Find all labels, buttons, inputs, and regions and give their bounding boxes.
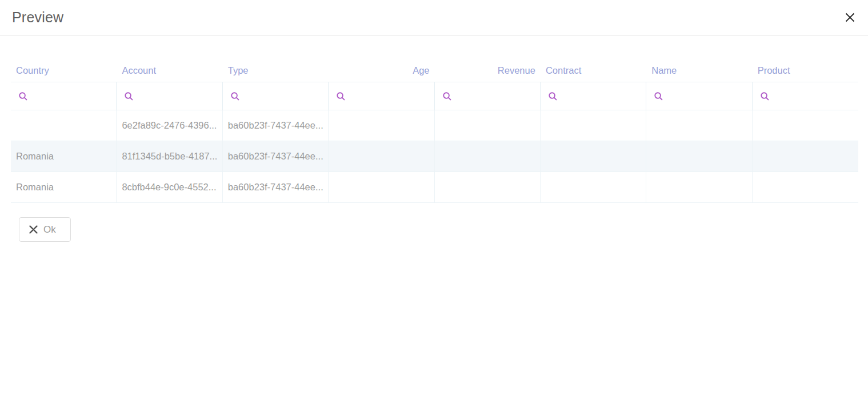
search-icon[interactable] xyxy=(760,91,770,101)
table-row[interactable]: Romania 8cbfb44e-9c0e-4552... ba60b23f-7… xyxy=(11,172,858,203)
search-icon[interactable] xyxy=(548,91,558,101)
close-button[interactable] xyxy=(841,9,858,26)
column-header-account[interactable]: Account xyxy=(117,59,222,82)
column-header-product[interactable]: Product xyxy=(753,59,858,82)
cell-name xyxy=(646,141,752,171)
column-header-contract[interactable]: Contract xyxy=(541,59,646,82)
search-icon[interactable] xyxy=(336,91,346,101)
close-icon xyxy=(845,12,855,23)
filter-cell-product[interactable] xyxy=(753,82,858,110)
x-icon xyxy=(29,225,38,234)
ok-button-label: Ok xyxy=(43,224,56,236)
data-grid: Country Account Type Age Revenue Contrac… xyxy=(11,59,858,203)
column-header-age[interactable]: Age xyxy=(329,59,434,82)
cell-contract xyxy=(541,110,646,141)
page-title: Preview xyxy=(12,9,63,26)
cell-type: ba60b23f-7437-44ee... xyxy=(223,110,329,141)
filter-input-type[interactable] xyxy=(240,91,328,101)
filter-cell-age[interactable] xyxy=(329,82,434,110)
table-row-highlighted[interactable]: Romania 81f1345d-b5be-4187... ba60b23f-7… xyxy=(11,141,858,172)
filter-input-country[interactable] xyxy=(28,91,116,101)
filter-input-age[interactable] xyxy=(346,91,434,101)
filter-cell-revenue[interactable] xyxy=(435,82,541,110)
filter-input-account[interactable] xyxy=(134,91,222,101)
cell-name xyxy=(646,172,752,202)
cell-product xyxy=(753,110,858,141)
filter-cell-account[interactable] xyxy=(117,82,222,110)
dialog-body: Country Account Type Age Revenue Contrac… xyxy=(0,35,868,411)
cell-revenue xyxy=(435,172,541,202)
filter-cell-country[interactable] xyxy=(11,82,117,110)
filter-cell-type[interactable] xyxy=(223,82,329,110)
cell-type: ba60b23f-7437-44ee... xyxy=(223,141,329,171)
search-icon[interactable] xyxy=(124,91,134,101)
search-icon[interactable] xyxy=(230,91,240,101)
cell-account: 81f1345d-b5be-4187... xyxy=(117,141,222,171)
cell-name xyxy=(646,110,752,141)
filter-input-name[interactable] xyxy=(663,91,751,101)
cell-product xyxy=(753,172,858,202)
column-header-type[interactable]: Type xyxy=(223,59,329,82)
filter-cell-contract[interactable] xyxy=(541,82,646,110)
search-icon[interactable] xyxy=(18,91,28,101)
filter-input-revenue[interactable] xyxy=(452,91,540,101)
column-header-name[interactable]: Name xyxy=(646,59,752,82)
cell-contract xyxy=(541,172,646,202)
cell-contract xyxy=(541,141,646,171)
filter-input-contract[interactable] xyxy=(558,91,646,101)
ok-button[interactable]: Ok xyxy=(19,217,71,242)
dialog-header: Preview xyxy=(0,0,868,35)
cell-age xyxy=(329,141,434,171)
cell-account: 8cbfb44e-9c0e-4552... xyxy=(117,172,222,202)
cell-product xyxy=(753,141,858,171)
grid-header-row: Country Account Type Age Revenue Contrac… xyxy=(11,59,858,82)
column-header-revenue[interactable]: Revenue xyxy=(435,59,541,82)
table-row[interactable]: 6e2fa89c-2476-4396... ba60b23f-7437-44ee… xyxy=(11,110,858,141)
grid-filter-row xyxy=(11,82,858,110)
cell-country xyxy=(11,110,117,141)
filter-cell-name[interactable] xyxy=(646,82,752,110)
cell-country: Romania xyxy=(11,141,117,171)
cell-type: ba60b23f-7437-44ee... xyxy=(223,172,329,202)
filter-input-product[interactable] xyxy=(770,91,858,101)
cell-age xyxy=(329,110,434,141)
cell-revenue xyxy=(435,110,541,141)
cell-account: 6e2fa89c-2476-4396... xyxy=(117,110,222,141)
column-header-country[interactable]: Country xyxy=(11,59,117,82)
cell-age xyxy=(329,172,434,202)
preview-dialog: Preview Country Account Type Age Revenue… xyxy=(0,0,868,411)
cell-revenue xyxy=(435,141,541,171)
cell-country: Romania xyxy=(11,172,117,202)
search-icon[interactable] xyxy=(442,91,452,101)
search-icon[interactable] xyxy=(654,91,663,101)
